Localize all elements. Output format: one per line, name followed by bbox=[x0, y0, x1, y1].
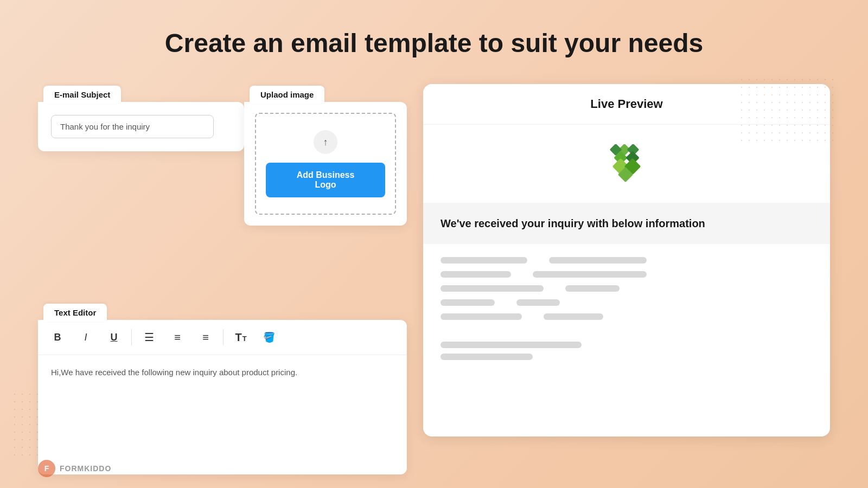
preview-bar bbox=[441, 271, 511, 278]
toolbar-bold-button[interactable]: B bbox=[44, 325, 71, 349]
upload-arrow-icon: ↑ bbox=[314, 130, 337, 154]
toolbar-italic-button[interactable]: I bbox=[73, 325, 99, 349]
toolbar-align-right-button[interactable]: ≡ bbox=[193, 325, 219, 349]
toolbar-divider-1 bbox=[131, 329, 132, 345]
email-subject-card bbox=[38, 102, 244, 151]
text-editor-card: B I U ☰ ≡ ≡ bbox=[38, 320, 407, 474]
page-title: Create an email template to suit your ne… bbox=[0, 0, 868, 84]
toolbar-align-center-button[interactable]: ≡ bbox=[164, 325, 190, 349]
brand-logo-circle: F bbox=[38, 460, 55, 477]
toolbar-align-left-button[interactable]: ☰ bbox=[136, 325, 162, 349]
preview-data-row bbox=[441, 271, 813, 278]
preview-bar bbox=[441, 257, 527, 264]
preview-logo-svg bbox=[599, 144, 654, 188]
upload-drop-zone[interactable]: ↑ Add Business Logo bbox=[255, 113, 396, 215]
preview-data-row bbox=[441, 299, 813, 306]
email-subject-label: E-mail Subject bbox=[43, 86, 121, 104]
left-panel: E-mail Subject Uplaod image ↑ Add Busine… bbox=[38, 84, 407, 474]
text-editor-section: Text Editor B I U ☰ bbox=[38, 302, 407, 474]
preview-data-row bbox=[441, 313, 813, 320]
preview-bar bbox=[549, 257, 647, 264]
editor-toolbar: B I U ☰ ≡ ≡ bbox=[38, 320, 407, 355]
email-subject-section: E-mail Subject bbox=[38, 84, 244, 151]
preview-data-row bbox=[441, 285, 813, 292]
toolbar-font-size-button[interactable]: TT bbox=[228, 325, 254, 349]
top-row: E-mail Subject Uplaod image ↑ Add Busine… bbox=[38, 84, 407, 183]
preview-bar bbox=[516, 299, 560, 306]
email-subject-input[interactable] bbox=[51, 115, 214, 138]
preview-bar bbox=[533, 271, 647, 278]
toolbar-underline-button[interactable]: U bbox=[101, 325, 127, 349]
preview-footer-bars bbox=[423, 333, 830, 371]
upload-image-card: ↑ Add Business Logo bbox=[244, 102, 407, 226]
brand-name: FORMKIDDO bbox=[60, 464, 111, 473]
live-preview-header: Live Preview bbox=[423, 84, 830, 125]
upload-image-label: Uplaod image bbox=[250, 86, 324, 104]
live-preview-card: Live Preview bbox=[423, 84, 830, 436]
preview-logo-area bbox=[423, 125, 830, 203]
preview-data-row bbox=[441, 257, 813, 264]
preview-bar bbox=[441, 285, 544, 292]
footer-bar bbox=[441, 354, 533, 360]
preview-data-rows bbox=[423, 244, 830, 333]
main-content: E-mail Subject Uplaod image ↑ Add Busine… bbox=[0, 84, 868, 474]
text-editor-label: Text Editor bbox=[43, 304, 107, 322]
toolbar-divider-2 bbox=[223, 329, 224, 345]
upload-image-section: Uplaod image ↑ Add Business Logo bbox=[244, 84, 412, 226]
preview-message-banner: We've received your inquiry with below i… bbox=[423, 203, 830, 244]
preview-bar bbox=[565, 285, 620, 292]
toolbar-paint-bucket-button[interactable]: 🪣 bbox=[256, 325, 282, 349]
add-business-logo-button[interactable]: Add Business Logo bbox=[266, 163, 385, 197]
right-panel: Live Preview bbox=[423, 84, 830, 474]
editor-body[interactable]: Hi,We have received the following new in… bbox=[38, 355, 407, 474]
footer-bar bbox=[441, 342, 582, 348]
preview-bar bbox=[441, 299, 495, 306]
preview-bar bbox=[441, 313, 522, 320]
bottom-branding: F FORMKIDDO bbox=[38, 460, 111, 477]
preview-bar bbox=[544, 313, 603, 320]
